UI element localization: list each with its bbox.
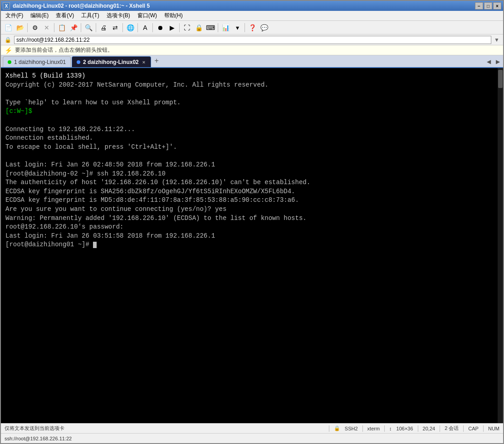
status-resize-icon: ↕	[389, 426, 392, 431]
status-session-label: 2 会话	[445, 425, 459, 432]
chat-button[interactable]: 💬	[259, 22, 269, 33]
terminal-scrollbar[interactable]	[498, 68, 503, 423]
copy-button[interactable]: 📋	[56, 22, 67, 33]
hint-bar: ⚡ 要添加当前会话，点击左侧的箭头按钮。	[1, 45, 503, 55]
toolbar-sep-5	[122, 23, 123, 32]
toolbar-sep-2	[54, 23, 54, 32]
help-button[interactable]: ❓	[247, 22, 258, 33]
tab-next-button[interactable]: ▶	[494, 58, 501, 65]
lock-button[interactable]: 🔒	[193, 22, 204, 33]
paste-button[interactable]: 📌	[68, 22, 79, 33]
status-lock-icon: 🔒	[334, 425, 340, 431]
status-term-label: xterm	[367, 426, 380, 431]
tab-dot-green	[8, 60, 11, 64]
term-line-5: Connection established.	[5, 134, 93, 141]
status-ssh-label: SSH2	[345, 426, 358, 431]
scrollbar-thumb[interactable]	[498, 70, 503, 88]
hint-text: 要添加当前会话，点击左侧的箭头按钮。	[15, 46, 113, 54]
status-sep-7	[483, 425, 484, 432]
term-line-4: Connecting to 192.168.226.11:22...	[5, 126, 135, 133]
status-sep-5	[440, 425, 440, 432]
terminal-wrapper: Xshell 5 (Build 1339) Copyright (c) 2002…	[1, 68, 503, 423]
status-sep-6	[463, 425, 464, 432]
search-button[interactable]: 🔍	[83, 22, 94, 33]
term-line-10: ECDSA key fingerprint is SHA256:dbZk8fz/…	[5, 188, 295, 195]
bottom-address-bar: ssh://root@192.168.226.11:22	[1, 433, 503, 443]
session-manager-button[interactable]: 📊	[220, 22, 231, 33]
title-bar-buttons: − □ ×	[475, 2, 501, 10]
menu-view[interactable]: 查看(V)	[53, 11, 77, 20]
toolbar-sep-3	[81, 23, 81, 32]
term-line-13: Warning: Permanently added '192.168.226.…	[5, 215, 307, 222]
status-sep-4	[418, 425, 418, 432]
address-dropdown-button[interactable]: ▼	[494, 37, 499, 43]
keyboard-button[interactable]: ⌨	[205, 22, 216, 33]
term-line-15: Last login: Fri Jan 26 03:51:58 2018 fro…	[5, 232, 215, 239]
new-session-button[interactable]: 📄	[3, 22, 14, 33]
term-prompt-1: [c:W~]$	[5, 107, 32, 115]
menu-tabs[interactable]: 选项卡(B)	[104, 11, 133, 20]
terminal-output[interactable]: Xshell 5 (Build 1339) Copyright (c) 2002…	[1, 68, 498, 423]
status-bar: 仅将文本发送到当前选项卡 🔒 SSH2 xterm ↕ 106×36 20,24…	[1, 423, 503, 433]
status-num-label: NUM	[488, 426, 499, 431]
address-bar: 🔒 ▼	[1, 34, 503, 45]
close-button[interactable]: ×	[493, 2, 501, 10]
tab-nav: ◀ ▶	[485, 58, 501, 65]
term-line-1: Xshell 5 (Build 1339)	[5, 72, 85, 79]
menu-file[interactable]: 文件(F)	[3, 11, 26, 20]
toolbar-sep-4	[96, 23, 96, 32]
term-line-8: [root@daizhihong-02 ~]# ssh 192.168.226.…	[5, 170, 166, 177]
status-cap-label: CAP	[468, 426, 479, 431]
open-button[interactable]: 📂	[15, 22, 25, 33]
status-sep-2	[362, 425, 363, 432]
menu-window[interactable]: 窗口(W)	[135, 11, 160, 20]
tab-linux01[interactable]: 1 daizhihong-Linux01	[3, 56, 71, 67]
fullscreen-button[interactable]: ⛶	[181, 22, 192, 33]
tab-close-button[interactable]: ×	[142, 59, 146, 65]
tab-label-2: 2 daizhihong-Linux02	[83, 59, 139, 65]
minimize-button[interactable]: −	[475, 2, 483, 10]
window-title: daizhihong-Linux02 - root@daizhihong01:~…	[13, 3, 150, 9]
term-line-3: Type `help' to learn how to use Xshell p…	[5, 99, 181, 106]
more-button[interactable]: ▾	[232, 22, 243, 33]
app-window: X daizhihong-Linux02 - root@daizhihong01…	[0, 0, 504, 444]
globe-button[interactable]: 🌐	[125, 22, 136, 33]
toolbar-sep-8	[179, 23, 180, 32]
term-line-6: To escape to local shell, press 'Ctrl+Al…	[5, 143, 177, 151]
tab-dot-blue	[77, 60, 80, 64]
toolbar-sep-10	[245, 23, 245, 32]
print-button[interactable]: 🖨	[98, 22, 109, 33]
term-line-16: [root@daizhihong01 ~]#	[5, 241, 97, 248]
record-button[interactable]: ⏺	[155, 22, 166, 33]
address-input[interactable]	[14, 36, 491, 44]
menu-bar: 文件(F) 编辑(E) 查看(V) 工具(T) 选项卡(B) 窗口(W) 帮助(…	[1, 11, 503, 21]
tab-add-button[interactable]: +	[152, 56, 161, 65]
status-left: 仅将文本发送到当前选项卡	[5, 425, 329, 432]
status-sep-1	[329, 425, 329, 432]
menu-help[interactable]: 帮助(H)	[161, 11, 186, 20]
toolbar-sep-7	[152, 23, 153, 32]
toolbar: 📄 📂 ⚙ ✕ 📋 📌 🔍 🖨 ⇄ 🌐 A ⏺ ▶ ⛶ 🔒 ⌨ 📊 ▾ ❓ 💬	[1, 21, 503, 34]
term-line-11: ECDSA key fingerprint is MD5:d8:de:4f:11…	[5, 196, 299, 204]
connect-button[interactable]: ✕	[41, 22, 52, 33]
properties-button[interactable]: ⚙	[29, 22, 40, 33]
status-right: 🔒 SSH2 xterm ↕ 106×36 20,24 2 会话 CAP NUM	[329, 425, 499, 432]
toolbar-sep-1	[27, 23, 28, 32]
tab-bar: 1 daizhihong-Linux01 2 daizhihong-Linux0…	[1, 55, 503, 68]
title-bar: X daizhihong-Linux02 - root@daizhihong01…	[1, 1, 503, 11]
term-line-2: Copyright (c) 2002-2017 NetSarang Comput…	[5, 81, 269, 88]
status-rowcol-label: 106×36	[396, 426, 413, 431]
term-line-9: The authenticity of host '192.168.226.10…	[5, 179, 310, 186]
hint-icon: ⚡	[5, 47, 12, 54]
menu-edit[interactable]: 编辑(E)	[28, 11, 51, 20]
menu-tools[interactable]: 工具(T)	[78, 11, 102, 20]
transfer-button[interactable]: ⇄	[110, 22, 121, 33]
maximize-button[interactable]: □	[484, 2, 492, 10]
status-pos-label: 20,24	[423, 426, 435, 431]
tab-linux02[interactable]: 2 daizhihong-Linux02 ×	[72, 56, 151, 67]
play-button[interactable]: ▶	[166, 22, 177, 33]
toolbar-sep-9	[218, 23, 218, 32]
font-button[interactable]: A	[140, 22, 151, 33]
tab-prev-button[interactable]: ◀	[485, 58, 492, 65]
term-line-7: Last login: Fri Jan 26 02:48:50 2018 fro…	[5, 161, 215, 168]
